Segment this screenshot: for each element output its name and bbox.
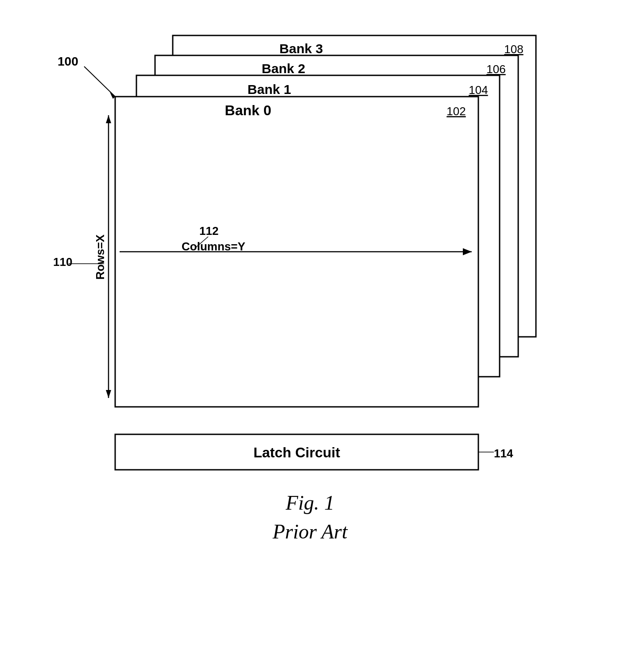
svg-marker-13 <box>110 92 115 99</box>
svg-text:114: 114 <box>494 447 513 460</box>
svg-text:102: 102 <box>446 105 466 118</box>
svg-text:Latch Circuit: Latch Circuit <box>253 445 340 460</box>
svg-rect-6 <box>136 75 500 377</box>
svg-text:Bank 0: Bank 0 <box>225 102 272 118</box>
svg-text:Bank 2: Bank 2 <box>262 61 305 76</box>
svg-text:Bank 3: Bank 3 <box>279 41 323 56</box>
svg-rect-26 <box>115 434 478 470</box>
svg-line-12 <box>84 66 115 97</box>
svg-text:Bank 1: Bank 1 <box>248 82 291 97</box>
svg-line-24 <box>195 237 208 248</box>
svg-text:Rows=X: Rows=X <box>93 234 107 280</box>
svg-text:Fig. 1: Fig. 1 <box>285 491 334 514</box>
svg-text:Columns=Y: Columns=Y <box>182 240 245 253</box>
svg-text:106: 106 <box>486 62 505 76</box>
svg-rect-9 <box>115 97 478 407</box>
svg-text:100: 100 <box>58 55 78 68</box>
svg-text:Prior Art: Prior Art <box>272 520 348 543</box>
svg-text:104: 104 <box>469 83 488 97</box>
svg-marker-17 <box>106 390 111 398</box>
diagram-container: Bank 3 108 Bank 2 106 Bank 1 104 Bank 0 … <box>27 18 620 647</box>
svg-marker-22 <box>463 248 472 255</box>
svg-text:108: 108 <box>504 43 523 56</box>
diagram-svg: Bank 3 108 Bank 2 106 Bank 1 104 Bank 0 … <box>27 18 620 647</box>
svg-marker-16 <box>106 115 111 123</box>
svg-rect-3 <box>155 55 518 357</box>
svg-rect-0 <box>173 35 536 337</box>
svg-text:110: 110 <box>53 255 72 269</box>
svg-text:112: 112 <box>199 224 218 238</box>
